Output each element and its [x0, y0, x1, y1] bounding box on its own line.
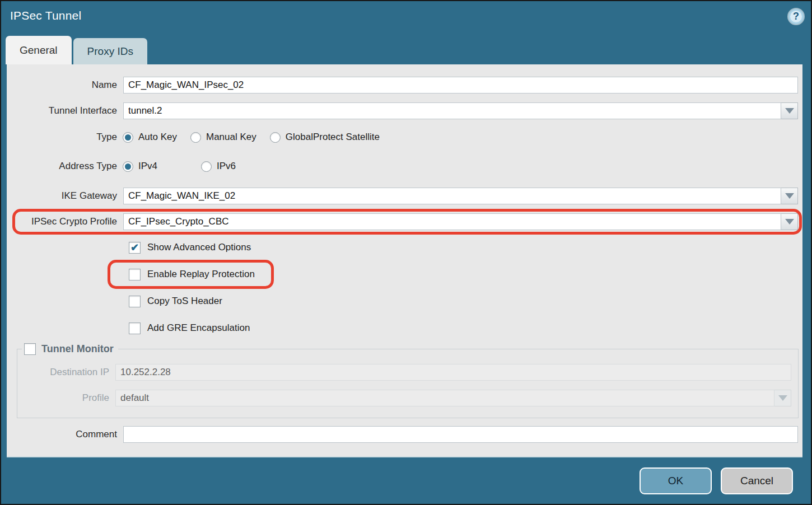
ipsec-crypto-profile-row: IPSec Crypto Profile	[7, 213, 802, 230]
tunnel-interface-label: Tunnel Interface	[7, 105, 123, 116]
chevron-down-icon	[785, 193, 794, 199]
add-gre-encapsulation-label: Add GRE Encapsulation	[147, 322, 250, 334]
comment-row: Comment	[7, 426, 802, 443]
monitor-profile-dropdown-button	[774, 390, 791, 406]
address-type-row: Address Type IPv4 IPv6	[7, 160, 802, 172]
enable-replay-protection-row: Enable Replay Protection	[7, 268, 802, 280]
ike-gateway-label: IKE Gateway	[7, 190, 123, 202]
ipsec-crypto-profile-label: IPSec Crypto Profile	[7, 216, 123, 227]
radio-ipv4[interactable]: IPv4	[123, 161, 188, 172]
type-row: Type Auto Key Manual Key GlobalProtect S…	[7, 131, 802, 143]
radio-button-icon	[201, 161, 212, 172]
add-gre-encapsulation-row: Add GRE Encapsulation	[7, 322, 802, 334]
monitor-profile-label: Profile	[17, 392, 115, 404]
comment-label: Comment	[7, 429, 123, 440]
radio-button-icon	[270, 132, 281, 143]
checkmark-icon: ✔	[130, 242, 139, 252]
monitor-profile-row: Profile	[17, 390, 798, 406]
titlebar: IPSec Tunnel ?	[1, 1, 811, 36]
radio-ipv4-label: IPv4	[138, 161, 157, 172]
copy-tos-header-label: Copy ToS Header	[147, 296, 222, 307]
cancel-button[interactable]: Cancel	[721, 467, 793, 494]
destination-ip-label: Destination IP	[17, 367, 115, 378]
radio-ipv6-label: IPv6	[217, 161, 236, 172]
radio-button-icon	[123, 161, 133, 172]
name-label: Name	[7, 80, 123, 91]
radio-auto-key-label: Auto Key	[138, 132, 177, 143]
radio-manual-key-label: Manual Key	[206, 132, 256, 143]
dialog-footer: OK Cancel	[1, 457, 811, 505]
comment-input[interactable]	[123, 426, 798, 443]
radio-manual-key[interactable]: Manual Key	[190, 132, 256, 143]
show-advanced-options-label: Show Advanced Options	[147, 242, 251, 253]
radio-button-icon	[123, 132, 133, 143]
chevron-down-icon	[785, 219, 794, 225]
ipsec-tunnel-dialog: IPSec Tunnel ? General Proxy IDs Name Tu…	[0, 0, 812, 505]
ipsec-crypto-profile-input[interactable]	[123, 213, 781, 230]
ike-gateway-row: IKE Gateway	[7, 188, 802, 204]
destination-ip-input	[115, 364, 791, 381]
dialog-title: IPSec Tunnel	[10, 9, 81, 22]
type-label: Type	[7, 132, 123, 143]
monitor-profile-input	[115, 390, 774, 406]
add-gre-encapsulation-checkbox[interactable]	[129, 322, 141, 334]
tunnel-interface-row: Tunnel Interface	[7, 102, 802, 119]
enable-replay-protection-checkbox[interactable]	[129, 269, 141, 280]
address-type-label: Address Type	[7, 161, 123, 172]
ok-button[interactable]: OK	[640, 467, 712, 494]
show-advanced-options-row: ✔ Show Advanced Options	[7, 241, 802, 254]
ike-gateway-input[interactable]	[123, 188, 781, 204]
radio-button-icon	[190, 132, 201, 143]
tunnel-interface-input[interactable]	[123, 102, 781, 119]
show-advanced-options-checkbox[interactable]: ✔	[129, 242, 141, 254]
radio-globalprotect-satellite-label: GlobalProtect Satellite	[286, 132, 380, 143]
ike-gateway-dropdown-button[interactable]	[781, 188, 798, 204]
name-input[interactable]	[123, 77, 798, 93]
enable-replay-protection-label: Enable Replay Protection	[147, 269, 255, 280]
tunnel-interface-dropdown-button[interactable]	[781, 102, 798, 119]
tunnel-monitor-fieldset: Tunnel Monitor Destination IP Profile	[17, 343, 799, 418]
copy-tos-header-checkbox[interactable]	[129, 296, 141, 307]
tab-bar: General Proxy IDs	[6, 36, 811, 64]
ipsec-crypto-profile-dropdown-button[interactable]	[781, 213, 798, 230]
copy-tos-header-row: Copy ToS Header	[7, 295, 802, 307]
radio-globalprotect-satellite[interactable]: GlobalProtect Satellite	[270, 132, 380, 143]
help-icon[interactable]: ?	[788, 9, 804, 24]
tunnel-monitor-legend: Tunnel Monitor	[22, 343, 118, 355]
name-row: Name	[7, 77, 802, 93]
help-icon-glyph: ?	[793, 11, 799, 22]
tunnel-monitor-label: Tunnel Monitor	[41, 343, 114, 355]
destination-ip-row: Destination IP	[17, 364, 798, 381]
radio-ipv6[interactable]: IPv6	[201, 161, 236, 172]
radio-auto-key[interactable]: Auto Key	[123, 132, 177, 143]
tab-proxy-ids[interactable]: Proxy IDs	[73, 38, 147, 64]
general-tab-panel: Name Tunnel Interface Type Auto Key	[7, 64, 802, 457]
chevron-down-icon	[778, 395, 787, 401]
tunnel-monitor-checkbox[interactable]	[24, 343, 36, 355]
chevron-down-icon	[785, 108, 794, 114]
tab-general[interactable]: General	[6, 36, 72, 64]
